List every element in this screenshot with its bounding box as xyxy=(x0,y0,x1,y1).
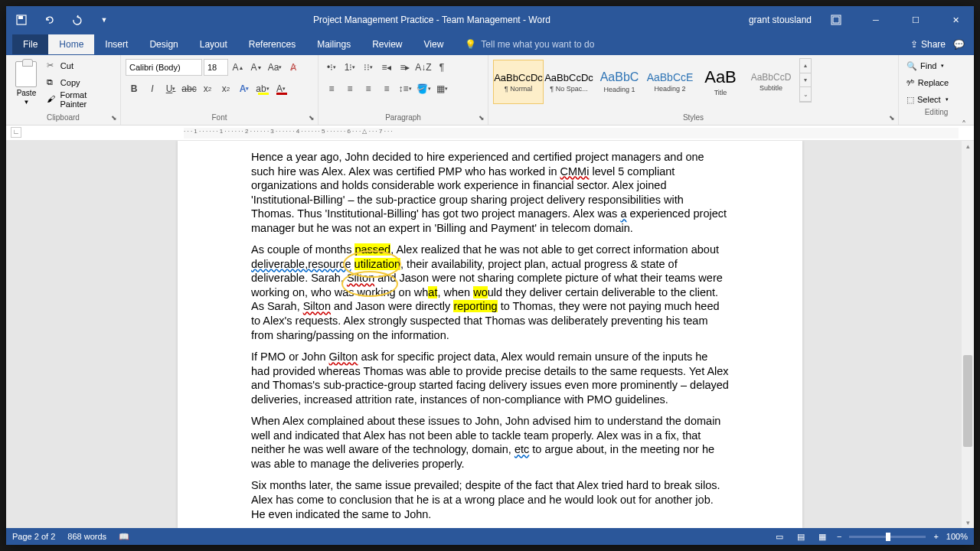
print-layout-button[interactable]: ▤ xyxy=(794,530,808,543)
paste-button[interactable]: Paste ▼ xyxy=(11,58,42,106)
page-indicator[interactable]: Page 2 of 2 xyxy=(12,532,55,541)
styles-gallery[interactable]: AaBbCcDc¶ NormalAaBbCcDc¶ No Spac...AaBb… xyxy=(493,58,796,104)
zoom-out-button[interactable]: − xyxy=(837,532,841,541)
copy-icon: ⧉ xyxy=(47,77,57,88)
tab-design[interactable]: Design xyxy=(139,34,188,54)
line-spacing-button[interactable]: ↕≡▾ xyxy=(397,80,413,97)
font-name-select[interactable] xyxy=(126,59,202,76)
subscript-button[interactable]: x2 xyxy=(199,80,216,97)
group-label-clipboard: Clipboard xyxy=(11,112,116,125)
clipboard-launcher[interactable]: ⬊ xyxy=(109,114,119,123)
paragraph-4[interactable]: When Alex complained about these issues … xyxy=(251,414,729,471)
proofing-icon[interactable]: 📖 xyxy=(119,532,129,542)
text-effects-button[interactable]: A▾ xyxy=(236,80,253,97)
paragraph-5[interactable]: Six months later, the same issue prevail… xyxy=(251,478,729,521)
horizontal-ruler[interactable]: · · · 1 · · · · · · 1 · · · · · · 2 · · … xyxy=(184,128,959,139)
window-title: Project Management Practice - Team Manag… xyxy=(115,15,749,25)
style---normal[interactable]: AaBbCcDc¶ Normal xyxy=(493,60,544,104)
tab-mailings[interactable]: Mailings xyxy=(306,34,361,54)
copy-button[interactable]: ⧉Copy xyxy=(45,75,116,90)
change-case-button[interactable]: Aa▾ xyxy=(266,59,283,76)
share-icon: ⇪ xyxy=(910,39,918,50)
underline-button[interactable]: U▾ xyxy=(162,80,179,97)
paragraph-2[interactable]: As couple of months passed, Alex realize… xyxy=(251,243,729,342)
word-count[interactable]: 868 words xyxy=(67,532,106,541)
replace-button[interactable]: ᵃ⁄ᵇReplace xyxy=(903,75,969,90)
comments-button[interactable]: 💬 xyxy=(953,39,965,50)
svg-rect-3 xyxy=(833,17,839,23)
strike-button[interactable]: abc xyxy=(181,80,198,97)
shrink-font-button[interactable]: A▼ xyxy=(248,59,265,76)
styles-more[interactable]: ▴▾⌄ xyxy=(799,58,812,103)
style-subtitle[interactable]: AaBbCcDSubtitle xyxy=(746,60,796,104)
close-button[interactable]: ✕ xyxy=(940,6,971,34)
increase-indent-button[interactable]: ≡▸ xyxy=(397,59,413,76)
group-label-styles: Styles xyxy=(493,112,893,125)
style-heading-1[interactable]: AaBbCHeading 1 xyxy=(594,60,645,104)
tab-view[interactable]: View xyxy=(413,34,455,54)
select-button[interactable]: ⬚Select▾ xyxy=(903,92,969,107)
tab-file[interactable]: File xyxy=(12,34,48,54)
maximize-button[interactable]: ☐ xyxy=(900,6,931,34)
bold-button[interactable]: B xyxy=(126,80,142,97)
style-title[interactable]: AaBTitle xyxy=(695,60,746,104)
page[interactable]: Hence a year ago, John decided to hire e… xyxy=(178,141,802,528)
undo-button[interactable] xyxy=(38,9,60,31)
tab-insert[interactable]: Insert xyxy=(94,34,139,54)
minimize-button[interactable]: ─ xyxy=(861,6,891,34)
save-button[interactable] xyxy=(11,9,32,31)
zoom-level[interactable]: 100% xyxy=(946,532,968,541)
highlight-button[interactable]: ab▾ xyxy=(254,80,271,97)
vertical-scrollbar[interactable]: ▴ ▾ xyxy=(962,141,974,528)
cut-button[interactable]: ✂Cut xyxy=(45,58,116,73)
user-name: grant stousland xyxy=(749,15,812,25)
account-icon[interactable] xyxy=(821,6,851,34)
tellme[interactable]: 💡 Tell me what you want to do xyxy=(454,34,605,54)
tab-home[interactable]: Home xyxy=(48,34,94,54)
font-color-button[interactable]: A▾ xyxy=(273,80,289,97)
web-layout-button[interactable]: ▦ xyxy=(815,530,829,543)
svg-rect-1 xyxy=(18,16,23,19)
titlebar: ▼ Project Management Practice - Team Man… xyxy=(6,6,974,34)
tab-references[interactable]: References xyxy=(238,34,306,54)
show-marks-button[interactable]: ¶ xyxy=(433,59,450,76)
font-size-select[interactable] xyxy=(204,59,228,76)
paragraph-1[interactable]: Hence a year ago, John decided to hire e… xyxy=(251,150,729,235)
paragraph-launcher[interactable]: ⬊ xyxy=(477,114,486,123)
align-center-button[interactable]: ≡ xyxy=(341,80,358,97)
numbering-button[interactable]: 1⁝▾ xyxy=(341,59,358,76)
decrease-indent-button[interactable]: ≡◂ xyxy=(378,59,395,76)
styles-launcher[interactable]: ⬊ xyxy=(887,114,897,123)
scroll-thumb[interactable] xyxy=(963,355,972,447)
qat-customize[interactable]: ▼ xyxy=(93,9,115,31)
shading-button[interactable]: 🪣▾ xyxy=(415,80,432,97)
superscript-button[interactable]: x2 xyxy=(217,80,234,97)
clear-format-button[interactable]: A̷ xyxy=(285,59,302,76)
paragraph-3[interactable]: If PMO or John Gilton ask for specific p… xyxy=(251,350,729,406)
align-left-button[interactable]: ≡ xyxy=(323,80,340,97)
align-right-button[interactable]: ≡ xyxy=(360,80,377,97)
tab-selector[interactable]: ∟ xyxy=(11,127,21,138)
scissors-icon: ✂ xyxy=(47,60,57,71)
grow-font-button[interactable]: A▲ xyxy=(230,59,247,76)
justify-button[interactable]: ≡ xyxy=(378,80,395,97)
style---no-spac---[interactable]: AaBbCcDc¶ No Spac... xyxy=(544,60,594,104)
read-mode-button[interactable]: ▭ xyxy=(773,530,786,543)
font-launcher[interactable]: ⬊ xyxy=(307,114,316,123)
group-label-editing: Editing xyxy=(903,107,969,119)
borders-button[interactable]: ▦▾ xyxy=(433,80,450,97)
zoom-in-button[interactable]: + xyxy=(933,532,938,541)
find-button[interactable]: 🔍Find▾ xyxy=(903,58,969,73)
tab-layout[interactable]: Layout xyxy=(189,34,238,54)
format-painter-button[interactable]: 🖌Format Painter xyxy=(45,92,116,107)
multilevel-button[interactable]: ⁝⁝▾ xyxy=(360,59,377,76)
share-button[interactable]: ⇪Share xyxy=(910,39,946,50)
tab-review[interactable]: Review xyxy=(361,34,413,54)
zoom-slider[interactable] xyxy=(849,536,926,538)
redo-button[interactable] xyxy=(66,9,87,31)
search-icon: 🔍 xyxy=(906,61,917,71)
bullets-button[interactable]: •⁝▾ xyxy=(323,59,340,76)
sort-button[interactable]: A↓Z xyxy=(415,59,432,76)
italic-button[interactable]: I xyxy=(144,80,161,97)
style-heading-2[interactable]: AaBbCcEHeading 2 xyxy=(645,60,695,104)
